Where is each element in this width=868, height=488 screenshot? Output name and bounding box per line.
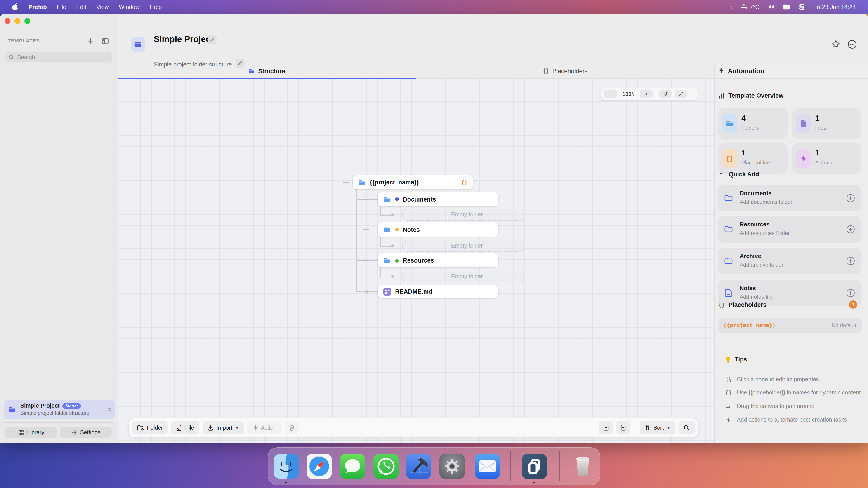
curly-braces-icon: {} [718,302,725,308]
menu-window[interactable]: Window [114,3,145,10]
import-button[interactable]: Import ▼ [202,421,244,434]
favorite-button[interactable] [831,39,842,50]
dock-trash-icon[interactable] [570,454,595,479]
tab-structure[interactable]: Structure [118,63,416,78]
sidebar-toggle-icon [101,37,110,45]
collapse-handle[interactable] [363,199,369,200]
quick-add-documents[interactable]: Documents Add documents folder [718,185,861,212]
folder-icon [134,40,142,48]
ellipsis-circle-icon [847,39,857,49]
search-input[interactable] [16,54,108,61]
quick-add-resources[interactable]: Resources Add resources folder [718,216,861,242]
node-label: {{project_name}} [370,179,419,186]
folder-icon [248,68,255,74]
dock-finder-icon[interactable] [274,454,299,479]
tree-node-notes[interactable]: Notes [378,222,498,237]
starter-badge: Starter [62,403,81,409]
folder-icon [383,226,391,233]
folder-plus-icon [137,424,144,431]
plus-icon: + [444,211,447,218]
search-icon [684,424,690,431]
more-options-button[interactable] [847,39,858,50]
collapse-handle[interactable] [363,260,369,261]
menu-edit[interactable]: Edit [71,3,91,10]
tip-item: Drag the canvas to pan around [725,402,814,411]
zoom-window-button[interactable] [24,18,30,24]
node-label: README.md [395,288,432,295]
zoom-out-button[interactable]: − [603,90,617,98]
dock-mail-icon[interactable] [475,454,500,479]
delete-node-button[interactable] [285,421,299,434]
volume-status[interactable] [764,4,779,10]
menu-app-name[interactable]: Prefab [24,3,52,10]
dock-divider [559,451,560,481]
minimize-window-button[interactable] [14,18,20,24]
empty-folder-dropzone[interactable]: + Empty folder [402,240,524,252]
tree-node-root[interactable]: {{project_name}} {} [352,175,473,189]
tree-node-resources[interactable]: Resources [378,254,498,267]
collapse-handle[interactable] [363,229,369,230]
plus-circle-icon [846,256,855,266]
toggle-sidebar-button[interactable] [101,37,110,45]
zoom-controls: − 100% + ↺ [601,88,698,100]
plus-circle-icon [846,193,855,203]
dock-messages-icon[interactable] [340,454,365,479]
template-overview-header: Template Overview [718,92,783,99]
add-template-button[interactable] [86,37,94,45]
menu-file[interactable]: File [52,3,71,10]
settings-button[interactable]: ⚙ Settings [60,427,112,438]
panel-header: Automation [715,63,868,78]
placeholders-stat-icon: {} [722,149,737,168]
template-list-item-selected[interactable]: Simple ProjectStarter 5 Simple project f… [4,400,115,419]
prefab-running-indicator [533,482,535,484]
library-grid-icon [18,429,24,435]
file-outline-icon [724,288,733,298]
structure-canvas[interactable]: {{project_name}} {} Documents + Empty fo… [118,78,714,443]
tips-header: Tips [725,356,747,363]
tree-connector [380,206,381,215]
add-folder-button[interactable]: Folder [132,421,168,434]
weather-status[interactable]: 7°C [737,3,764,10]
stat-actions: 1 Actions [792,143,861,173]
quick-add-archive[interactable]: Archive Add archive folder [718,248,861,274]
apple-menu[interactable] [7,3,24,10]
folder-icon [358,178,366,186]
tree-connector-trunk [356,189,356,291]
add-action-button[interactable]: Action [247,421,282,434]
tree-node-readme[interactable]: README.md [378,285,498,298]
zoom-in-button[interactable]: + [640,90,653,98]
fit-to-screen-button[interactable] [675,90,687,98]
plus-circle-icon [846,225,855,234]
files-status[interactable] [779,4,794,10]
collapse-all-button[interactable] [616,421,630,434]
empty-folder-dropzone[interactable]: + Empty folder [402,271,524,283]
canvas-search-button[interactable] [679,421,695,434]
tab-placeholders[interactable]: {} Placeholders [416,63,714,78]
control-center-status[interactable] [794,3,809,10]
dock-safari-icon[interactable] [307,454,332,479]
menubar-clock[interactable]: Fri 23 Jan 14:24 [809,3,860,10]
folder-outline-icon [724,193,733,203]
sort-button[interactable]: Sort ▼ [640,421,675,434]
empty-folder-dropzone[interactable]: + Empty folder [402,209,524,221]
dock-whatsapp-icon[interactable] [373,454,399,479]
add-file-button[interactable]: File [171,421,199,434]
library-button[interactable]: Library [5,427,57,438]
menu-view[interactable]: View [91,3,114,10]
reset-view-button[interactable]: ↺ [659,90,672,98]
folder-menubar-icon [783,4,790,10]
tree-node-documents[interactable]: Documents [378,192,498,206]
folder-outline-icon [724,256,733,266]
dock-settings-icon[interactable] [439,454,465,479]
template-search[interactable] [5,52,112,62]
root-collapse-handle[interactable] [343,182,349,183]
tip-item: {} Use {{placeholder}} in names for dyna… [725,388,861,397]
expand-all-button[interactable] [599,421,613,434]
placeholder-row[interactable]: {{project_name}} No default [718,318,862,333]
dock-xcode-icon[interactable] [406,454,431,479]
menu-help[interactable]: Help [145,3,167,10]
close-window-button[interactable] [4,18,10,24]
menubar-chevron[interactable]: ‹ [726,3,737,10]
dock-prefab-icon[interactable] [522,454,547,479]
edit-title-button[interactable] [208,35,217,44]
